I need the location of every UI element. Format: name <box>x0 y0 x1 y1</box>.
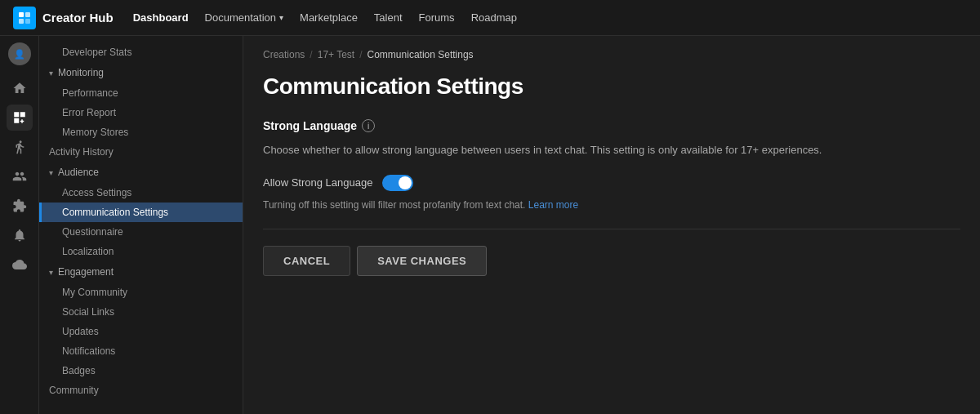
sidebar-item-social-links[interactable]: Social Links <box>39 302 243 322</box>
cancel-button[interactable]: CANCEL <box>263 246 350 276</box>
sidebar-item-label: Badges <box>62 365 96 376</box>
nav-forums[interactable]: Forums <box>419 8 455 27</box>
sidebar-item-badges[interactable]: Badges <box>39 361 243 381</box>
sidebar-item-label: Activity History <box>49 146 114 158</box>
nav-dashboard[interactable]: Dashboard <box>133 8 189 27</box>
svg-rect-0 <box>19 12 24 17</box>
sidebar-item-updates[interactable]: Updates <box>39 322 243 341</box>
sidebar-group-audience[interactable]: ▾ Audience <box>39 162 243 183</box>
sidebar-item-label: Updates <box>62 326 99 337</box>
logo-text: Creator Hub <box>42 11 114 24</box>
logo[interactable]: Creator Hub <box>13 7 114 29</box>
sidebar-item-label: Localization <box>62 246 114 257</box>
sidebar-item-localization[interactable]: Localization <box>39 242 243 261</box>
sidebar-item-developer-stats[interactable]: Developer Stats <box>39 42 243 62</box>
learn-more-link[interactable]: Learn more <box>528 199 578 211</box>
sidebar-item-label: Access Settings <box>62 187 131 198</box>
button-row: CANCEL SAVE CHANGES <box>243 246 980 296</box>
save-changes-button[interactable]: SAVE CHANGES <box>357 246 487 276</box>
nav-documentation[interactable]: Documentation ▾ <box>205 8 283 27</box>
sidebar-group-engagement[interactable]: ▾ Engagement <box>39 261 243 283</box>
sidebar-item-performance[interactable]: Performance <box>39 83 243 103</box>
group-label: Monitoring <box>58 67 104 78</box>
dashboard-icon[interactable] <box>7 105 33 131</box>
sidebar-item-label: Developer Stats <box>62 47 131 58</box>
chevron-down-icon: ▾ <box>49 268 53 277</box>
breadcrumb-17-test[interactable]: 17+ Test <box>318 49 354 60</box>
chevron-down-icon: ▾ <box>49 168 53 177</box>
plugin-icon[interactable] <box>7 193 33 219</box>
info-icon[interactable]: i <box>362 119 375 132</box>
nav-marketplace[interactable]: Marketplace <box>300 8 358 27</box>
toggle-label: Allow Strong Language <box>263 176 372 189</box>
sidebar-item-questionnaire[interactable]: Questionnaire <box>39 222 243 242</box>
svg-rect-2 <box>19 19 24 24</box>
section-title: Strong Language i <box>263 119 960 132</box>
nav-talent[interactable]: Talent <box>374 8 403 27</box>
sidebar-item-label: Notifications <box>62 345 115 357</box>
sidebar-item-error-report[interactable]: Error Report <box>39 103 243 122</box>
sidebar-item-label: Community <box>49 385 99 396</box>
section-description: Choose whether to allow strong language … <box>263 142 960 158</box>
allow-strong-language-toggle[interactable] <box>382 175 413 191</box>
filter-text: Turning off this setting will filter mos… <box>263 198 960 212</box>
strong-language-section: Strong Language i Choose whether to allo… <box>243 119 980 229</box>
section-divider <box>263 229 960 229</box>
breadcrumb: Creations / 17+ Test / Communication Set… <box>243 36 980 60</box>
breadcrumb-creations[interactable]: Creations <box>263 49 305 60</box>
breadcrumb-separator-1: / <box>310 49 312 60</box>
sidebar-item-label: Communication Settings <box>62 207 168 218</box>
sidebar-item-community[interactable]: Community <box>39 381 243 400</box>
sidebar-item-communication-settings[interactable]: Communication Settings <box>39 203 243 222</box>
sidebar-item-label: Social Links <box>62 306 114 318</box>
chevron-down-icon: ▾ <box>49 69 53 78</box>
home-icon[interactable] <box>7 75 33 101</box>
svg-rect-1 <box>25 12 30 17</box>
svg-rect-3 <box>25 19 30 24</box>
toggle-row: Allow Strong Language <box>263 175 960 191</box>
group-label: Audience <box>58 167 99 178</box>
sidebar-item-label: Error Report <box>62 107 116 118</box>
nav-roadmap[interactable]: Roadmap <box>471 8 517 27</box>
page-title: Communication Settings <box>243 60 980 119</box>
main-content: Creations / 17+ Test / Communication Set… <box>243 36 980 414</box>
sidebar-item-label: Memory Stores <box>62 127 128 138</box>
sidebar-item-label: Questionnaire <box>62 226 123 238</box>
breadcrumb-current: Communication Settings <box>368 49 474 60</box>
community-icon[interactable] <box>7 163 33 189</box>
sidebar-item-label: My Community <box>62 287 127 298</box>
sidebar-item-access-settings[interactable]: Access Settings <box>39 183 243 203</box>
sidebar-item-memory-stores[interactable]: Memory Stores <box>39 122 243 142</box>
sidebar: Developer Stats ▾ Monitoring Performance… <box>39 36 243 414</box>
activity-icon[interactable] <box>7 134 33 160</box>
logo-icon <box>13 7 36 29</box>
icon-rail: 👤 <box>0 36 39 414</box>
sidebar-item-activity-history[interactable]: Activity History <box>39 142 243 162</box>
sidebar-item-label: Performance <box>62 87 118 99</box>
breadcrumb-separator-2: / <box>359 49 362 60</box>
sidebar-group-monitoring[interactable]: ▾ Monitoring <box>39 62 243 83</box>
sidebar-item-notifications[interactable]: Notifications <box>39 341 243 361</box>
cloud-icon[interactable] <box>7 252 33 278</box>
main-layout: 👤 Developer Stats ▾ Monito <box>0 36 980 414</box>
user-avatar[interactable]: 👤 <box>8 42 31 65</box>
top-navigation: Creator Hub Dashboard Documentation ▾ Ma… <box>0 0 980 36</box>
bell-icon[interactable] <box>7 222 33 248</box>
sidebar-item-my-community[interactable]: My Community <box>39 283 243 302</box>
nav-items: Dashboard Documentation ▾ Marketplace Ta… <box>133 8 967 27</box>
dropdown-arrow-icon: ▾ <box>279 13 283 22</box>
group-label: Engagement <box>58 266 114 278</box>
